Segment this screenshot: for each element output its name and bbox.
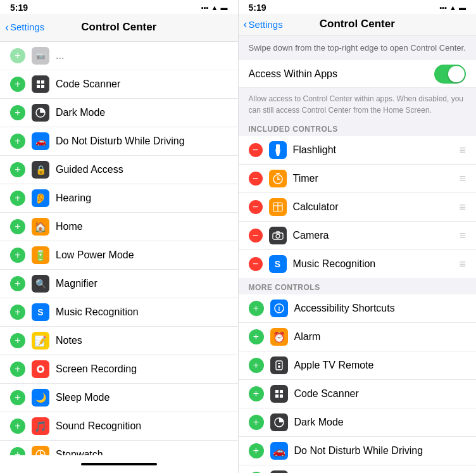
remove-button[interactable]: − [249,143,263,157]
svg-text:i: i [278,305,280,312]
add-button[interactable]: + [10,447,25,455]
chevron-left-icon: ‹ [5,22,9,33]
item-icon: S [269,255,287,273]
left-list: + 📷 ... + Code Scanner + Dark Mode + 🚗 D… [0,42,238,455]
add-button[interactable]: + [10,48,25,63]
add-button[interactable]: + [10,248,25,263]
item-icon: 📷 [32,47,49,65]
item-label: Hearing [56,192,228,204]
nav-bar-left: ‹ Settings Control Center [0,14,238,42]
control-item[interactable]: − Camera ≡ [239,222,477,250]
item-icon [269,198,287,216]
list-item[interactable]: + 🎵 Sound Recognition [0,412,238,441]
add-button[interactable]: + [10,219,25,234]
remove-button[interactable]: − [249,200,263,214]
item-label: Sound Recognition [56,420,228,432]
list-item[interactable]: + Dark Mode [0,99,238,127]
list-item[interactable]: + 🔒 Guided Access [0,156,238,184]
item-label: Do Not Disturb While Driving [56,136,228,147]
drag-handle-icon[interactable]: ≡ [459,229,466,243]
item-icon [269,227,287,244]
add-button[interactable]: + [10,390,25,405]
list-item[interactable]: + 👂 Hearing [0,184,238,213]
more-control-item[interactable]: + 🔒 Guided Access [239,465,477,473]
list-item[interactable]: + 🏠 Home [0,213,238,241]
drag-handle-icon[interactable]: ≡ [459,144,466,157]
item-label: Home [56,221,228,232]
list-item[interactable]: + 🔋 Low Power Mode [0,241,238,270]
list-item[interactable]: + 🚗 Do Not Disturb While Driving [0,127,238,156]
item-icon [270,356,288,374]
item-icon [32,104,49,122]
more-control-item[interactable]: + 🚗 Do Not Disturb While Driving [239,437,477,465]
item-label: Dark Mode [294,417,467,428]
add-button[interactable]: + [249,386,264,401]
item-icon: 🔋 [32,246,49,264]
item-icon [269,170,287,187]
add-button[interactable]: + [10,134,25,149]
control-item[interactable]: − S Music Recognition ≡ [239,250,477,278]
item-icon [32,446,49,455]
more-control-item[interactable]: + Apple TV Remote [239,351,477,380]
remove-button[interactable]: − [249,172,263,186]
more-control-item[interactable]: + Dark Mode [239,408,477,437]
more-control-item[interactable]: + i Accessibility Shortcuts [239,294,477,323]
add-button[interactable]: + [10,419,25,434]
item-label: Calculator [293,201,460,213]
home-indicator-left [0,455,238,473]
item-label: Notes [56,335,228,346]
list-item[interactable]: + 🌙 Sleep Mode [0,384,238,412]
drag-handle-icon[interactable]: ≡ [459,172,466,186]
item-icon: 🚗 [270,442,288,460]
list-item[interactable]: + Code Scanner [0,70,238,99]
svg-rect-2 [37,85,40,88]
item-label: Flashlight [293,144,460,156]
remove-button[interactable]: − [249,229,263,243]
list-item[interactable]: + Stopwatch [0,441,238,455]
svg-point-27 [278,365,280,368]
list-item[interactable]: + Screen Recording [0,355,238,384]
battery-icon-r: ▬ [459,4,466,11]
add-button[interactable]: + [10,162,25,177]
add-button[interactable]: + [249,301,264,316]
drag-handle-icon[interactable]: ≡ [459,201,466,214]
drag-handle-icon[interactable]: ≡ [459,258,466,271]
back-button-right[interactable]: ‹ Settings [244,18,283,30]
list-item[interactable]: + 📷 ... [0,42,238,70]
add-button[interactable]: + [10,362,25,377]
svg-rect-29 [275,390,279,393]
control-item[interactable]: − Flashlight ≡ [239,136,477,165]
item-label: Code Scanner [56,79,228,90]
more-control-item[interactable]: + Code Scanner [239,380,477,408]
item-icon [269,141,287,159]
add-button[interactable]: + [249,358,264,373]
item-label: Music Recognition [293,258,460,270]
back-button-left[interactable]: ‹ Settings [5,22,44,33]
wifi-icon: ▲ [211,4,218,11]
access-info-text: Allow access to Control Center within ap… [239,88,477,121]
home-indicator-bar [81,463,157,465]
signal-icon: ▪▪▪ [201,4,209,11]
list-item[interactable]: + 📝 Notes [0,327,238,355]
more-section-header: MORE CONTROLS [239,279,477,294]
add-button[interactable]: + [10,191,25,206]
add-button[interactable]: + [10,77,25,92]
add-button[interactable]: + [10,105,25,120]
more-control-item[interactable]: + ⏰ Alarm [239,323,477,351]
list-item[interactable]: + S Music Recognition [0,298,238,327]
add-button[interactable]: + [10,305,25,320]
remove-button[interactable]: − [249,257,263,271]
add-button[interactable]: + [249,329,264,344]
add-button[interactable]: + [10,276,25,291]
item-label: Magnifier [56,278,228,289]
add-button[interactable]: + [249,415,264,430]
add-button[interactable]: + [249,443,264,458]
stopwatch-label: Stopwatch [56,449,228,455]
control-item[interactable]: − Calculator ≡ [239,193,477,222]
status-icons-left: ▪▪▪ ▲ ▬ [201,4,228,11]
add-button[interactable]: + [10,333,25,348]
access-within-apps-toggle[interactable] [434,65,466,84]
access-within-apps-row[interactable]: Access Within Apps [239,60,477,88]
control-item[interactable]: − Timer ≡ [239,165,477,193]
list-item[interactable]: + 🔍 Magnifier [0,270,238,298]
